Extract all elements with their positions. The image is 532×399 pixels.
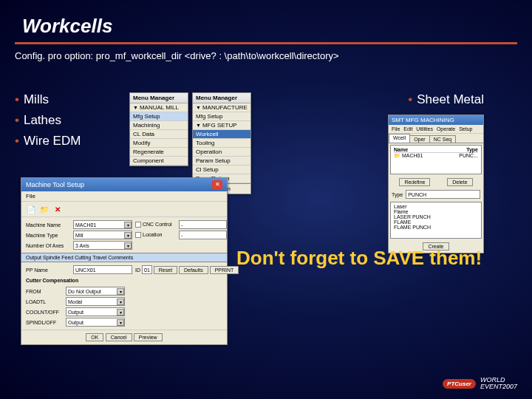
list-item[interactable]: FLAME — [394, 219, 478, 225]
chevron-down-icon[interactable]: ▾ — [124, 242, 132, 249]
machine-type-select[interactable]: Mill▾ — [73, 231, 132, 239]
bullet-mills: •Mills — [15, 92, 81, 107]
panel-title: Menu Manager — [193, 93, 250, 103]
checkbox[interactable] — [135, 222, 141, 228]
menu-item-cl-setup[interactable]: Cl Setup — [193, 166, 250, 174]
cancel-button[interactable]: Cancel — [106, 333, 132, 341]
reset-button[interactable]: Reset — [154, 266, 177, 274]
defaults-button[interactable]: Defaults — [179, 266, 208, 274]
close-icon[interactable]: ✕ — [212, 180, 222, 189]
menu-item-mfg-setup[interactable]: Mfg Setup — [193, 112, 250, 121]
coolnt-label: COOLNT/OFF — [26, 310, 63, 315]
bullet-label: Sheet Metal — [417, 92, 484, 106]
params-grid: FROM Do Not Output▾ LOADTL Modal▾ COOLNT… — [21, 284, 227, 330]
redefine-button[interactable]: Redefine — [399, 178, 430, 186]
form-grid: Machine Name MACH01▾ CNC Control - Machi… — [21, 217, 227, 253]
open-icon[interactable]: 📁 — [39, 204, 50, 214]
location-input[interactable]: - — [179, 231, 227, 239]
menu-utilities[interactable]: Utilities — [416, 126, 433, 132]
tree-row[interactable]: 📁 MACH01 PUNC... — [394, 153, 478, 159]
bullet-label: Mills — [24, 92, 49, 106]
dialog-title: Machine Tool Setup — [26, 181, 84, 188]
mid-buttons: Redefine Delete — [389, 176, 483, 188]
menu-item-operation[interactable]: Operation — [193, 148, 250, 157]
bullet-lathes: •Lathes — [15, 113, 81, 128]
type-list[interactable]: Laser Flame LASER PUNCH FLAME FLAME PUNC… — [390, 202, 482, 239]
tree-header: Name Type — [394, 147, 478, 153]
id-input[interactable]: 01 — [142, 265, 152, 274]
chevron-down-icon[interactable]: ▾ — [117, 309, 124, 316]
preview-button[interactable]: Preview — [134, 333, 163, 341]
ok-button[interactable]: OK — [86, 333, 103, 341]
left-bullets: •Mills •Lathes •Wire EDM — [15, 92, 81, 154]
tab-oper[interactable]: Oper — [409, 135, 430, 143]
list-item[interactable]: Flame — [394, 209, 478, 214]
bullet-wire-edm: •Wire EDM — [15, 134, 81, 149]
type-label: Type — [392, 192, 403, 197]
chevron-down-icon[interactable]: ▾ — [117, 319, 124, 326]
chevron-down-icon[interactable]: ▾ — [117, 288, 124, 295]
pprint-button[interactable]: PPRINT — [210, 266, 239, 274]
list-item[interactable]: FLAME PUNCH — [394, 225, 478, 230]
type-input[interactable]: PUNCH — [406, 190, 480, 199]
type-row: Type PUNCH — [389, 188, 483, 200]
num-axes-label: Number Of Axes — [26, 243, 70, 248]
config-text: Config. pro option: pro_mf_workcell_dir … — [0, 50, 532, 61]
output-grid: PP Name UNCX01 ID 01 Reset Defaults PPRI… — [21, 262, 227, 277]
loadtl-label: LOADTL — [26, 299, 63, 304]
title-underline — [15, 42, 517, 44]
section-header: ▼MANUAL MILL — [130, 103, 188, 112]
delete-button[interactable]: Delete — [447, 178, 472, 186]
cnc-control-input[interactable]: - — [179, 220, 227, 229]
panel-title: SMT MFG MACHINING — [389, 115, 483, 125]
tab-wcell[interactable]: Wcell — [389, 134, 410, 143]
menu-manager-1-panel: Menu Manager ▼MANUAL MILL Mfg Setup Mach… — [129, 92, 188, 166]
dialog-titlebar[interactable]: Machine Tool Setup ✕ — [21, 178, 227, 191]
checkbox[interactable] — [135, 232, 141, 238]
menu-setup[interactable]: Setup — [459, 126, 472, 132]
menu-item-machining[interactable]: Machining — [130, 121, 188, 130]
machine-tool-setup-dialog: Machine Tool Setup ✕ File 📄 📁 ✕ Machine … — [21, 177, 228, 345]
toolbar: 📄 📁 ✕ — [21, 202, 227, 217]
pp-name-input[interactable]: UNCX01 — [73, 265, 132, 274]
menu-item-modify[interactable]: Modify — [130, 139, 188, 148]
page-title: Workcells — [0, 0, 532, 41]
section-header-mfg-setup: ▼MFG SETUP — [193, 121, 250, 130]
pp-name-label: PP Name — [26, 267, 70, 273]
menu-bar: File Edit Utilities Operate Setup — [389, 125, 483, 134]
file-menu[interactable]: File — [21, 191, 227, 202]
bullet-sheet-metal: •Sheet Metal — [408, 92, 484, 107]
list-item[interactable]: Laser — [394, 204, 478, 209]
callout-text: Don't forget to SAVE them! — [236, 248, 482, 270]
machine-name-label: Machine Name — [26, 222, 70, 228]
section-header-manufacture: ▼MANUFACTURE — [193, 103, 250, 112]
delete-icon[interactable]: ✕ — [52, 204, 63, 214]
tree-item-name: 📁 MACH01 — [394, 153, 423, 159]
output-tabs-header[interactable]: Output Spindle Feed Cutting Travel Comme… — [21, 253, 227, 262]
menu-item-mfg-setup[interactable]: Mfg Setup — [130, 112, 188, 121]
menu-item-param-setup[interactable]: Param Setup — [193, 157, 250, 166]
tab-nc-seq[interactable]: NC Seq — [429, 135, 457, 143]
spindl-select[interactable]: Output▾ — [66, 318, 125, 327]
menu-item-regenerate[interactable]: Regenerate — [130, 148, 188, 157]
menu-operate[interactable]: Operate — [437, 126, 455, 132]
ptc-badge: PTCuser — [443, 379, 476, 389]
chevron-down-icon[interactable]: ▾ — [117, 299, 124, 305]
chevron-down-icon[interactable]: ▾ — [124, 222, 132, 228]
menu-edit[interactable]: Edit — [403, 126, 412, 132]
num-axes-select[interactable]: 3 Axis▾ — [73, 241, 132, 250]
cnc-control-label: CNC Control — [135, 222, 176, 228]
chevron-down-icon[interactable]: ▾ — [124, 232, 132, 239]
machine-name-input[interactable]: MACH01▾ — [73, 220, 132, 229]
new-icon[interactable]: 📄 — [26, 204, 36, 214]
menu-item-workcell[interactable]: Workcell — [193, 130, 250, 139]
menu-file[interactable]: File — [392, 126, 400, 132]
from-select[interactable]: Do Not Output▾ — [66, 287, 125, 296]
menu-item-component[interactable]: Component — [130, 157, 188, 166]
coolnt-select[interactable]: Output▾ — [66, 307, 125, 316]
tree-area[interactable]: Name Type 📁 MACH01 PUNC... — [390, 145, 482, 174]
list-item[interactable]: LASER PUNCH — [394, 214, 478, 219]
menu-item-cl-data[interactable]: CL Data — [130, 130, 188, 139]
loadtl-select[interactable]: Modal▾ — [66, 297, 125, 306]
menu-item-tooling[interactable]: Tooling — [193, 139, 250, 148]
